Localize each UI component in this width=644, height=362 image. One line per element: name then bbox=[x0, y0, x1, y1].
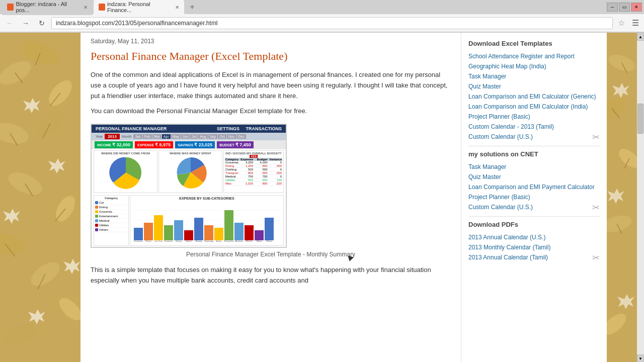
close-button[interactable]: ✕ bbox=[631, 3, 642, 12]
svg-rect-32 bbox=[214, 228, 223, 240]
income-pie-chart bbox=[108, 155, 143, 190]
month-mar[interactable]: Mar bbox=[152, 134, 162, 139]
menu-button[interactable]: ☰ bbox=[630, 18, 641, 28]
month-jul[interactable]: Jul bbox=[190, 134, 198, 139]
sidebar-link-custom-calendar-us[interactable]: Custom Calendar (U.S.) bbox=[468, 132, 600, 142]
sidebar-link-custom-calendar-tamil[interactable]: Custom Calendar - 2013 (Tamil) bbox=[468, 122, 600, 132]
tab-blogger-label: Blogger: indzara - All pos... bbox=[16, 1, 79, 13]
image-caption: Personal Finance Manager Excel Template … bbox=[91, 251, 451, 258]
svg-text:Books: Books bbox=[216, 240, 221, 242]
download-section: Download Excel Templates School Attendan… bbox=[468, 40, 600, 142]
browser-chrome: Blogger: indzara - All pos... ✕ indzara:… bbox=[0, 0, 644, 33]
scissors-icon-2[interactable]: ✂ bbox=[592, 202, 600, 213]
right-sidebar: Download Excel Templates School Attendan… bbox=[461, 33, 607, 362]
svg-rect-26 bbox=[154, 215, 163, 240]
expense-kpi: EXPENSE ₹ 8,975 bbox=[135, 141, 173, 148]
svg-text:Groceries: Groceries bbox=[164, 240, 173, 242]
bookmark-star[interactable]: ☆ bbox=[616, 18, 627, 28]
sidebar-link-loan-india[interactable]: Loan Comparison and EMI Calculator (Indi… bbox=[468, 102, 600, 112]
svg-text:Phone: Phone bbox=[145, 240, 151, 242]
excel-image-container: PERSONAL FINANCE MANAGER SETTINGS TRANSA… bbox=[91, 124, 451, 258]
scroll-thumb[interactable] bbox=[637, 104, 643, 134]
svg-text:Water: Water bbox=[257, 240, 262, 242]
post-body-2: This is a simple template that focuses o… bbox=[91, 265, 451, 286]
month-may[interactable]: May bbox=[171, 134, 181, 139]
bar-chart-svg: Groceries Phone Car Fuel Groceries Dinin… bbox=[131, 200, 282, 243]
sidebar-link-school-attendance[interactable]: School Attendance Register and Report bbox=[468, 51, 600, 61]
pdf-link-monthly-tamil[interactable]: 2013 Monthly Calendar (Tamil) bbox=[468, 242, 600, 252]
cnet-link-loan-emi[interactable]: Loan Comparison and EMI Payment Calculat… bbox=[468, 182, 600, 192]
month-oct[interactable]: Oct bbox=[218, 134, 226, 139]
svg-point-53 bbox=[607, 93, 630, 123]
reload-button[interactable]: ↻ bbox=[35, 17, 48, 30]
svg-text:Electric: Electric bbox=[246, 240, 252, 242]
bar-chart-container: EXPENSE BY SUB-CATEGORIES bbox=[130, 195, 284, 246]
svg-text:Car Fuel: Car Fuel bbox=[154, 240, 162, 242]
post-title: Personal Finance Manager (Excel Template… bbox=[91, 50, 451, 63]
cnet-link-project-planner[interactable]: Project Planner (Basic) bbox=[468, 192, 600, 202]
month-feb[interactable]: Feb bbox=[143, 134, 152, 139]
restore-button[interactable]: ▭ bbox=[619, 3, 630, 12]
month-aug[interactable]: Aug bbox=[198, 134, 207, 139]
expense-chart-panel: WHERE WAS MONEY SPENT bbox=[158, 150, 222, 193]
blogger-favicon bbox=[7, 4, 14, 11]
svg-point-0 bbox=[0, 56, 35, 89]
svg-text:Medicine: Medicine bbox=[235, 240, 244, 242]
sidebar-link-quiz-master[interactable]: Quiz Master bbox=[468, 81, 600, 92]
page-container: Saturday, May 11, 2013 Personal Finance … bbox=[0, 33, 644, 362]
minimize-button[interactable]: ─ bbox=[607, 3, 618, 12]
month-dec[interactable]: Dec bbox=[237, 134, 246, 139]
month-jun[interactable]: Jun bbox=[181, 134, 190, 139]
scroll-up-arrow[interactable]: ▲ bbox=[637, 33, 644, 41]
cnet-link-custom-calendar-us[interactable]: Custom Calendar (U.S.) bbox=[468, 202, 600, 212]
browser-scrollbar[interactable]: ▲ ▼ bbox=[637, 33, 644, 362]
svg-rect-28 bbox=[174, 220, 183, 240]
tab-indzara-close[interactable]: ✕ bbox=[175, 5, 179, 10]
sidebar-link-geographic-heat-map[interactable]: Geographic Heat Map (India) bbox=[468, 61, 600, 71]
tab-indzara-label: indzara: Personal Finance... bbox=[107, 1, 171, 13]
sidebar-link-loan-generic[interactable]: Loan Comparison and EMI Calculator (Gene… bbox=[468, 92, 600, 102]
expense-pie-chart bbox=[173, 155, 208, 190]
scroll-track[interactable] bbox=[637, 41, 644, 354]
nav-bar: ← → ↻ ☆ ☰ bbox=[0, 14, 644, 32]
sidebar-link-project-planner[interactable]: Project Planner (Basic) bbox=[468, 112, 600, 122]
back-button[interactable]: ← bbox=[3, 17, 16, 30]
sidebar-link-task-manager[interactable]: Task Manager bbox=[468, 71, 600, 81]
body-paragraph-3: This is a simple template that focuses o… bbox=[91, 265, 451, 286]
income-kpi: INCOME ₹ 32,000 bbox=[95, 141, 133, 148]
income-chart-panel: WHERE DID MONEY COME FROM bbox=[94, 150, 157, 193]
post-body: One of the common and ideal applications… bbox=[91, 70, 451, 117]
scissors-icon-3[interactable]: ✂ bbox=[592, 252, 600, 263]
svg-rect-29 bbox=[184, 230, 193, 240]
svg-rect-35 bbox=[245, 225, 254, 240]
scroll-down-arrow[interactable]: ▼ bbox=[637, 354, 644, 362]
month-apr[interactable]: Apr bbox=[162, 134, 171, 139]
tab-blogger[interactable]: Blogger: indzara - All pos... ✕ bbox=[2, 0, 93, 15]
pdf-link-annual-tamil[interactable]: 2013 Annual Calendar (Tamil) bbox=[468, 252, 600, 262]
indzara-favicon bbox=[99, 4, 105, 11]
address-bar[interactable] bbox=[51, 17, 613, 29]
month-sep[interactable]: Sep bbox=[208, 134, 217, 139]
svg-rect-27 bbox=[164, 225, 173, 240]
right-leaves-decoration bbox=[607, 33, 637, 362]
svg-rect-34 bbox=[234, 223, 244, 240]
body-paragraph-1: One of the common and ideal applications… bbox=[91, 70, 451, 101]
scissors-icon-1[interactable]: ✂ bbox=[592, 132, 600, 143]
new-tab-button[interactable]: + bbox=[185, 2, 199, 13]
tab-blogger-close[interactable]: ✕ bbox=[84, 5, 88, 10]
month-jan[interactable]: Jan bbox=[133, 134, 142, 139]
pdf-section: Download PDFs 2013 Annual Calendar (U.S.… bbox=[468, 221, 600, 262]
svg-text:Groceries: Groceries bbox=[134, 240, 142, 242]
cnet-link-quiz-master[interactable]: Quiz Master bbox=[468, 172, 600, 182]
pdf-link-annual-us[interactable]: 2013 Annual Calendar (U.S.) bbox=[468, 232, 600, 242]
svg-text:Dining: Dining bbox=[176, 240, 181, 242]
month-nov[interactable]: Nov bbox=[227, 134, 236, 139]
tab-indzara[interactable]: indzara: Personal Finance... ✕ bbox=[94, 0, 184, 15]
pdf-section-title: Download PDFs bbox=[468, 221, 600, 228]
cnet-section: my solutions on CNET Task Manager Quiz M… bbox=[468, 150, 600, 212]
divider-2 bbox=[468, 216, 600, 217]
svg-point-3 bbox=[0, 119, 31, 147]
excel-header-actions: SETTINGS TRANSACTIONS bbox=[217, 126, 282, 131]
cnet-link-task-manager[interactable]: Task Manager bbox=[468, 162, 600, 172]
forward-button[interactable]: → bbox=[19, 17, 32, 30]
